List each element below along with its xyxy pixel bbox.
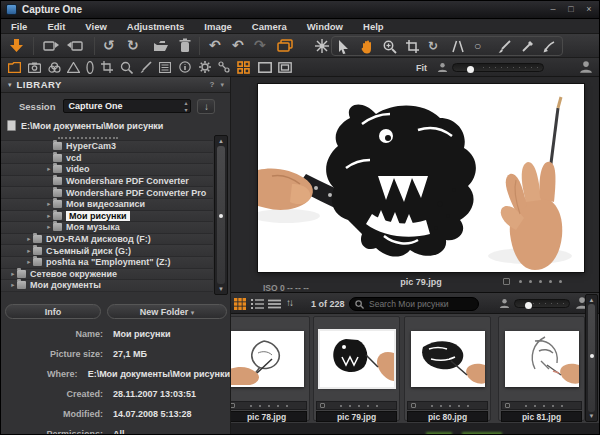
chevron-right-icon[interactable]: ▸: [25, 235, 33, 243]
chevron-right-icon[interactable]: ▸: [25, 247, 33, 255]
focus-tab-icon[interactable]: [120, 61, 133, 74]
thumbnail-cell[interactable]: pic 80.jpg: [404, 316, 491, 421]
tree-item[interactable]: ▸ video: [1, 164, 213, 176]
tag-checkbox[interactable]: [320, 403, 325, 408]
viewer-zoom-slider[interactable]: [452, 63, 544, 72]
info-tab-icon[interactable]: [179, 61, 191, 73]
tree-item[interactable]: ▸ Мои видеозаписи: [1, 199, 213, 211]
library-header[interactable]: ▾ LIBRARY ? ▾: [1, 77, 230, 93]
import-download-icon[interactable]: [9, 39, 24, 53]
thumbnail-image[interactable]: [231, 331, 304, 387]
viewer-view-icon[interactable]: [258, 62, 272, 73]
tree-scroll-thumb[interactable]: [217, 146, 225, 284]
tree-item[interactable]: Wondershare PDF Converter Pro: [1, 187, 213, 199]
brush-tool-icon[interactable]: [498, 40, 511, 53]
rotate-left-icon[interactable]: [43, 40, 59, 52]
tag-checkbox[interactable]: [411, 403, 416, 408]
chevron-right-icon[interactable]: ▸: [9, 281, 17, 289]
grid-view-icon[interactable]: [237, 61, 250, 74]
tag-checkbox[interactable]: [505, 403, 510, 408]
select-cursor-icon[interactable]: [337, 40, 350, 54]
sparkle-icon[interactable]: [315, 39, 329, 53]
thumbnail-cell[interactable]: pic 81.jpg: [498, 316, 585, 421]
search-box[interactable]: [349, 297, 479, 311]
sort-icon[interactable]: ↑↓: [286, 297, 292, 308]
thumbnail-image[interactable]: [505, 331, 579, 387]
maximize-button[interactable]: □: [563, 3, 579, 16]
thumb-grid-icon[interactable]: [234, 298, 246, 310]
tree-item[interactable]: ▸ DVD-RAM дисковод (F:): [1, 234, 213, 246]
filmstrip-scrollbar[interactable]: ▲ ▼: [585, 294, 598, 422]
pan-hand-icon[interactable]: [360, 40, 374, 54]
tree-scrollbar[interactable]: ▲ ▼: [214, 135, 228, 295]
back-icon[interactable]: ↶: [232, 38, 244, 52]
settings-gear-icon[interactable]: [199, 61, 211, 73]
undo-icon[interactable]: ↶: [209, 38, 221, 52]
chevron-right-icon[interactable]: ▸: [9, 270, 17, 278]
tree-item[interactable]: Wondershare PDF Converter: [1, 176, 213, 188]
tree-item-selected[interactable]: ▸ Мои рисунки: [1, 211, 213, 223]
zoom-in-person-icon[interactable]: [579, 60, 593, 74]
thumbnail-rating[interactable]: [501, 401, 582, 410]
rotate-cw-icon[interactable]: ↻: [127, 38, 139, 52]
thumbnail-cell[interactable]: pic 78.jpg: [231, 316, 310, 421]
crop-tool-icon[interactable]: [406, 40, 419, 53]
forward-icon[interactable]: ↷: [254, 38, 266, 52]
menu-item-window[interactable]: Window: [297, 21, 353, 32]
chevron-right-icon[interactable]: ▸: [45, 165, 53, 173]
title-bar[interactable]: Capture One – □ ×: [1, 1, 600, 19]
main-image[interactable]: [258, 84, 584, 272]
new-folder-button[interactable]: New Folder ▾: [107, 304, 227, 319]
thumbnail-rating[interactable]: [407, 401, 488, 410]
tree-item[interactable]: ▸ Моя музыка: [1, 222, 213, 234]
rotate-ccw-icon[interactable]: ↺: [103, 38, 115, 52]
thumbnail-cell-selected[interactable]: pic 79.jpg: [313, 316, 400, 421]
collapse-arrow-icon[interactable]: ▾: [8, 78, 12, 92]
rows-view-icon[interactable]: [268, 299, 281, 309]
thumbnail-rating[interactable]: [316, 401, 397, 410]
zoom-tool-icon[interactable]: [383, 40, 397, 54]
scroll-down-icon[interactable]: ▼: [215, 285, 227, 293]
multiview-icon[interactable]: [278, 62, 292, 73]
session-select[interactable]: Capture One ▴▾: [63, 99, 191, 113]
eyedropper-tool-icon[interactable]: [521, 40, 534, 53]
tree-item[interactable]: ▸ Сетевое окружение: [1, 269, 213, 281]
adjust-arrow-icon[interactable]: [543, 40, 556, 53]
list-view-icon[interactable]: [251, 299, 264, 309]
scroll-down-icon[interactable]: ▼: [586, 412, 597, 420]
tree-item[interactable]: ▸ poshta на "Employment" (Z:): [1, 257, 213, 269]
tree-item[interactable]: vcd: [1, 153, 213, 165]
chevron-right-icon[interactable]: ▸: [45, 223, 53, 231]
trash-icon[interactable]: [179, 38, 191, 53]
fit-label[interactable]: Fit: [416, 63, 427, 73]
menu-item-view[interactable]: View: [75, 21, 116, 32]
camera-tab-icon[interactable]: [28, 62, 41, 73]
zoom-out-person-icon[interactable]: [437, 62, 448, 73]
thumbnail-image[interactable]: [411, 331, 485, 387]
info-button[interactable]: Info: [5, 304, 101, 319]
thumb-size-slider[interactable]: [514, 299, 570, 308]
open-folder-icon[interactable]: [153, 40, 169, 52]
library-tab-folder-icon[interactable]: [8, 62, 21, 73]
retouch-tab-icon[interactable]: [140, 61, 152, 73]
menu-item-camera[interactable]: Camera: [242, 21, 297, 32]
rotate-right-icon[interactable]: [67, 40, 83, 52]
panel-menu-icon[interactable]: ▾: [220, 81, 224, 89]
import-button[interactable]: ↓: [197, 99, 215, 114]
thumbnail-rating[interactable]: [231, 401, 307, 410]
chevron-right-icon[interactable]: ▸: [45, 212, 53, 220]
circle-tool-icon[interactable]: ○: [474, 39, 481, 53]
menu-item-adjustments[interactable]: Adjustments: [117, 21, 195, 32]
menu-item-help[interactable]: Help: [353, 21, 394, 32]
help-icon[interactable]: ?: [210, 80, 215, 89]
search-input[interactable]: [367, 298, 467, 310]
session-stepper-icon[interactable]: ▴▾: [184, 100, 187, 114]
menu-item-edit[interactable]: Edit: [37, 21, 75, 32]
close-button[interactable]: ×: [581, 3, 597, 16]
rotate-tool-icon[interactable]: ↻: [428, 39, 438, 53]
color-tab-icon[interactable]: [48, 62, 61, 73]
crop-tab-icon[interactable]: [101, 61, 113, 73]
tag-checkbox[interactable]: [231, 403, 235, 408]
process-nodes-icon[interactable]: [218, 61, 230, 73]
mirror-tool-icon[interactable]: [452, 40, 464, 53]
